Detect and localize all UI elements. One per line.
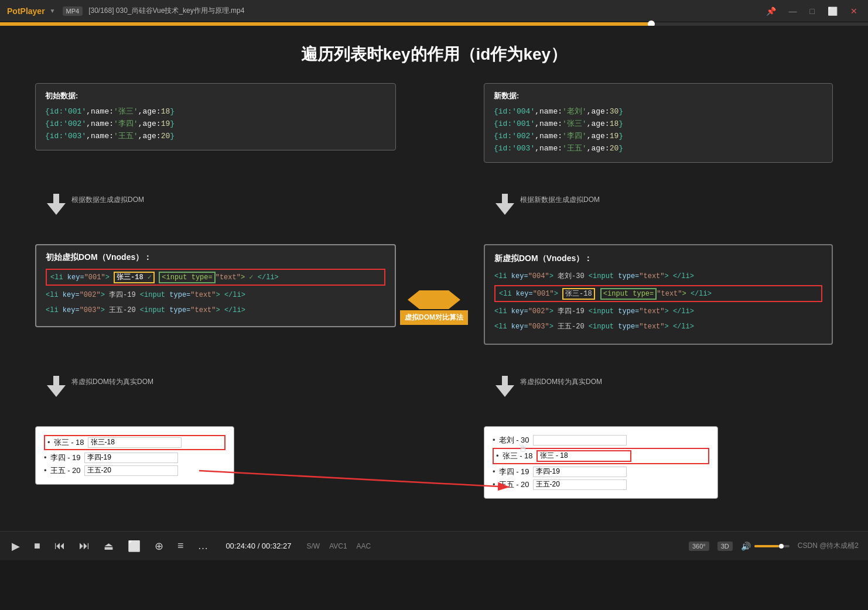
r-item-text-3: 李四 - 19 <box>499 467 529 477</box>
compare-section: 虚拟DOM对比算法 <box>396 244 472 371</box>
prev-button[interactable]: ⏮ <box>52 537 67 554</box>
title-bar: PotPlayer ▼ MP4 [30/168] 030_尚硅谷Vue技术_ke… <box>0 0 868 22</box>
arrow-label-2: 根据新数据生成虚拟DOM <box>520 195 600 205</box>
slide-container: 遍历列表时key的作用（id作为key） 初始数据: {id:'001',nam… <box>0 26 868 531</box>
item-text-2: 李四 - 19 <box>50 453 81 463</box>
arrow-label-1: 根据数据生成虚拟DOM <box>71 195 144 205</box>
left-arrow-1: 根据数据生成虚拟DOM <box>35 189 396 244</box>
stop-button[interactable]: ■ <box>32 537 43 554</box>
minimize-button[interactable]: — <box>785 5 801 17</box>
volume-bar[interactable] <box>754 545 790 547</box>
left-vdom-box: 初始虚拟DOM（Vnodes）： <li key="001"> 张三-18 ✓ … <box>35 244 396 371</box>
r-input-field-3[interactable] <box>533 467 627 477</box>
r-bullet-3: • <box>493 467 495 476</box>
maximize-button[interactable]: ⬜ <box>824 5 841 17</box>
left-data-title: 初始数据: <box>45 91 386 101</box>
bullet-3: • <box>44 466 47 475</box>
r-item-text-4: 王五 - 20 <box>499 479 529 490</box>
3d-badge: 3D <box>717 542 733 551</box>
zoom-button[interactable]: ⊕ <box>152 537 166 555</box>
input-field-1[interactable] <box>88 437 182 448</box>
slide-title: 遍历列表时key的作用（id作为key） <box>301 43 567 66</box>
r-bullet-2: • <box>496 451 499 460</box>
user-label: CSDN @待木成桶2 <box>798 541 859 551</box>
app-name: PotPlayer <box>7 6 45 16</box>
compare-label: 虚拟DOM对比算法 <box>400 310 468 325</box>
volume-icon: 🔊 <box>741 542 751 551</box>
open-button[interactable]: ⬜ <box>125 537 143 555</box>
input-field-2[interactable] <box>84 453 178 463</box>
more-button[interactable]: … <box>195 537 210 554</box>
r-bullet-4: • <box>493 480 495 489</box>
controls-bar: ▶ ■ ⏮ ⏭ ⏏ ⬜ ⊕ ≡ … 00:24:40 / 00:32:27 S/… <box>0 531 868 560</box>
next-button[interactable]: ⏭ <box>77 537 92 554</box>
file-name: [30/168] 030_尚硅谷Vue技术_key作用与原理.mp4 <box>88 6 244 16</box>
volume-dot <box>779 544 784 549</box>
right-arrow-1: 根据新数据生成虚拟DOM <box>472 189 833 244</box>
left-data-box: 初始数据: {id:'001',name:'张三',age:18} {id:'0… <box>35 83 396 189</box>
list-button[interactable]: ≡ <box>175 537 186 554</box>
video-area: 遍历列表时key的作用（id作为key） 初始数据: {id:'001',nam… <box>0 26 868 531</box>
eject-button[interactable]: ⏏ <box>101 537 116 555</box>
r-item-text-2: 张三 - 18 <box>503 451 533 461</box>
format-sw: S/W <box>306 542 320 550</box>
right-arrow-2: 将虚拟DOM转为真实DOM <box>472 371 833 426</box>
item-text-1: 张三 - 18 <box>54 437 84 448</box>
pin-button[interactable]: 📌 <box>763 5 780 17</box>
right-data-box: 新数据: {id:'004',name:'老刘',age:30} {id:'00… <box>472 83 833 189</box>
left-arrow-2: 将虚拟DOM转为真实DOM <box>35 371 396 426</box>
window-controls: 📌 — □ ⬜ ✕ <box>763 5 861 17</box>
r-input-field-1[interactable] <box>533 435 627 445</box>
arrow-label-3: 将虚拟DOM转为真实DOM <box>71 377 153 387</box>
right-real-dom: • 老刘 - 30 • 张三 - 18 • 李四 - 19 <box>472 426 833 525</box>
right-data-title: 新数据: <box>494 91 823 101</box>
right-vdom-title: 新虚拟DOM（Vnodes）： <box>494 253 822 264</box>
time-display: 00:24:40 / 00:32:27 <box>225 542 291 550</box>
format-badge: MP4 <box>63 6 83 16</box>
input-field-3[interactable] <box>84 465 178 476</box>
close-button[interactable]: ✕ <box>847 5 861 17</box>
right-vdom-box: 新虚拟DOM（Vnodes）： <li key="004"> 老刘-30 <in… <box>472 244 833 371</box>
volume-fill <box>754 545 779 547</box>
dropdown-arrow[interactable]: ▼ <box>50 8 56 14</box>
degree-badge: 360° <box>689 542 709 551</box>
volume-control[interactable]: 🔊 <box>741 542 790 551</box>
codec-label: AVC1 <box>329 542 347 550</box>
r-input-field-4[interactable] <box>533 479 627 490</box>
arrow-label-4: 将虚拟DOM转为真实DOM <box>520 377 602 387</box>
left-real-dom: • 张三 - 18 • 李四 - 19 • 王五 - 20 <box>35 426 396 525</box>
bullet-2: • <box>44 453 47 462</box>
status-right: 360° 3D 🔊 CSDN @待木成桶2 <box>689 541 859 551</box>
restore-button[interactable]: □ <box>807 5 818 17</box>
item-text-3: 王五 - 20 <box>50 465 81 476</box>
r-input-field-2[interactable] <box>536 450 631 462</box>
r-item-text-1: 老刘 - 30 <box>499 435 529 445</box>
r-bullet-1: • <box>493 436 495 444</box>
left-vdom-title: 初始虚拟DOM（Vnodes）： <box>46 252 385 263</box>
bullet-1: • <box>47 438 50 447</box>
audio-label: AAC <box>357 542 371 550</box>
play-button[interactable]: ▶ <box>9 537 22 555</box>
